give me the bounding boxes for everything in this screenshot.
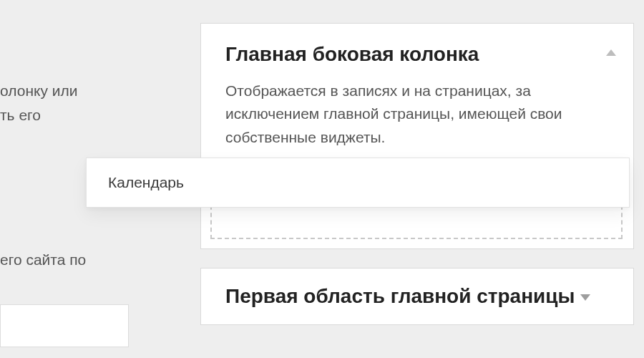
widget-area-front-page-first[interactable]: Первая область главной страницы bbox=[200, 268, 634, 325]
instructions-text-fragment: олонку или ть его bbox=[0, 79, 143, 127]
chevron-up-icon[interactable] bbox=[606, 49, 616, 56]
widget-label: Календарь bbox=[108, 174, 184, 191]
available-widget-item[interactable] bbox=[0, 304, 129, 347]
panel-title: Главная боковая колонка bbox=[225, 42, 605, 67]
instruction-line-2: ть его bbox=[0, 107, 41, 123]
dragging-widget-calendar[interactable]: Календарь bbox=[86, 158, 630, 208]
instruction-line-1: олонку или bbox=[0, 82, 77, 99]
panel-title: Первая область главной страницы bbox=[225, 284, 590, 309]
instruction-line-3: его сайта по bbox=[0, 251, 86, 268]
panel-header[interactable]: Главная боковая колонка bbox=[201, 24, 633, 69]
chevron-down-icon[interactable] bbox=[580, 294, 590, 301]
panel-description: Отображается в записях и на страницах, з… bbox=[201, 69, 633, 150]
instructions-text-fragment-2: его сайта по bbox=[0, 248, 143, 272]
